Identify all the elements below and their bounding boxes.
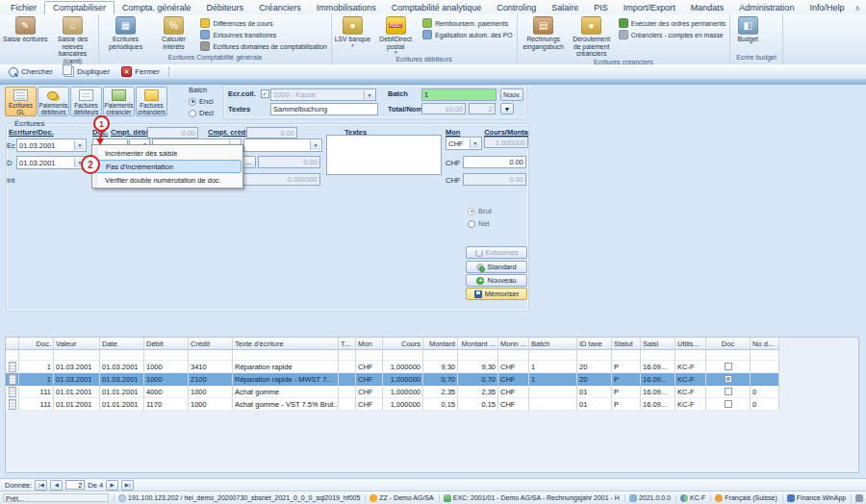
menu-tab-cr-anciers[interactable]: Créanciers: [251, 2, 309, 14]
record-position-input[interactable]: [65, 480, 85, 490]
menu-tab-immobilisations[interactable]: Immobilisations: [309, 2, 384, 14]
chevron-down-icon[interactable]: ▼: [310, 140, 320, 150]
factures-d-biteurs-button[interactable]: Factures débiteurs: [70, 87, 102, 116]
tax-lookup-button[interactable]: ...: [242, 156, 256, 168]
grid-filter-cell[interactable]: [19, 350, 54, 361]
next-record-button[interactable]: ▶: [106, 480, 118, 491]
table-row[interactable]: 101.03.200101.03.200110003410Réparation …: [6, 361, 858, 373]
entry-text-area[interactable]: [326, 135, 442, 175]
m-moriser-button[interactable]: Mémoriser: [466, 288, 527, 300]
grid-header-utilis[interactable]: Utilis...: [675, 338, 706, 350]
grid-filter-cell[interactable]: [577, 350, 612, 361]
menu-tab-mandats[interactable]: Mandats: [683, 2, 732, 14]
grid-filter-cell[interactable]: [498, 350, 529, 361]
menu-tab-salaire[interactable]: Salaire: [544, 2, 586, 14]
ecritures-gl-button[interactable]: Ecritures GL: [5, 87, 37, 116]
new-batch-button[interactable]: Nouv.: [500, 88, 523, 101]
net-radio[interactable]: Net: [468, 219, 490, 228]
ecritures-p-riodiques-button[interactable]: ▦Ecritures périodiques: [101, 15, 149, 51]
diff-rences-de-cours-button[interactable]: Différences de cours: [200, 18, 326, 28]
cr-anciers-comptes-en-masse-button[interactable]: Créanciers - comptes en masse: [619, 30, 726, 39]
currency-combo[interactable]: CHF▼: [446, 137, 482, 150]
menu-tab-fichier[interactable]: Fichier: [3, 2, 44, 14]
first-record-button[interactable]: |◀: [35, 480, 47, 491]
grid-filter-cell[interactable]: [189, 350, 233, 361]
grid-filter-cell[interactable]: [641, 350, 675, 361]
batch-dropdown-button[interactable]: ▼: [500, 103, 514, 114]
collective-text-input[interactable]: [270, 103, 378, 115]
grid-header-id-taxe[interactable]: ID taxe: [577, 338, 612, 350]
brut-radio[interactable]: Brut: [468, 207, 492, 215]
grid-filter-cell[interactable]: [144, 350, 189, 361]
budget-button[interactable]: ◧Budget: [732, 15, 763, 44]
menu-item-incr-menter-d-s-saisie[interactable]: Incrémenter dès saisie: [93, 146, 242, 160]
grid-filter-cell[interactable]: [383, 350, 423, 361]
grid-header-d-bit[interactable]: Débit: [144, 338, 189, 350]
factures-cr-anciers-button[interactable]: Factures créanciers: [136, 87, 167, 116]
ecr-coll-checkbox[interactable]: ✓: [261, 89, 269, 98]
rechnungs-eingangsbuch-button[interactable]: ▤Rechnungs eingangsbuch: [520, 15, 568, 51]
grid-header-cours[interactable]: Cours: [383, 338, 423, 350]
grid-header-t[interactable]: T...: [339, 338, 356, 350]
batch-number-field[interactable]: 1: [421, 88, 497, 101]
fermer-button[interactable]: ×Fermer: [116, 65, 165, 78]
doc-checkbox[interactable]: [725, 375, 732, 383]
doc-checkbox[interactable]: [725, 388, 732, 395]
grid-header-doc[interactable]: Doc.: [19, 338, 54, 350]
grid-filter-cell[interactable]: [751, 350, 779, 361]
grid-filter-cell[interactable]: [6, 350, 19, 361]
chevron-down-icon[interactable]: ▼: [364, 90, 374, 99]
menu-tab-comptabilit-analytique[interactable]: Comptabilité analytique: [384, 2, 490, 14]
grid-header-indicator[interactable]: [6, 338, 19, 350]
grid-filter-cell[interactable]: [233, 350, 339, 361]
grid-header-montant[interactable]: Montant ...: [458, 338, 498, 350]
egalisation-autom-des-po-button[interactable]: Egalisation autom. des PO: [422, 30, 512, 39]
grid-header-no-d[interactable]: No d...: [751, 338, 779, 350]
grid-filter-cell[interactable]: [54, 350, 100, 361]
menu-tab-administration[interactable]: Administration: [731, 2, 802, 14]
grid-header-cr-dit[interactable]: Crédit: [189, 338, 233, 350]
last-record-button[interactable]: ▶|: [121, 480, 134, 491]
menu-item-v-rifier-double-num-rotation-de-doc[interactable]: Vérifier double numérotation de doc.: [93, 173, 242, 187]
remboursem-paiements-button[interactable]: Remboursem. paiements: [422, 18, 512, 28]
grid-header-batch[interactable]: Batch: [529, 338, 577, 350]
grid-filter-cell[interactable]: [612, 350, 641, 361]
chercher-button[interactable]: Chercher: [4, 65, 58, 78]
debitdirect-postal-button[interactable]: POSTDebitDirect postal▾: [371, 15, 420, 56]
saisie-des-relev-s-bancaires-camt-button[interactable]: ⌂Saisie des relevés bancaires (camt): [48, 15, 96, 65]
grid-filter-cell[interactable]: [423, 350, 458, 361]
batch-radio-encl[interactable]: Encl: [189, 97, 214, 106]
grid-header-monn[interactable]: Monn ...: [498, 338, 529, 350]
calculer-int-r-ts-button[interactable]: %Calculer intérêts: [149, 15, 197, 51]
ecritures-domaines-de-comptabilisation-button[interactable]: Ecritures domaines de comptabilisation: [200, 41, 326, 51]
menu-item-pas-d-incr-mentation[interactable]: Pas d'incrémentation: [93, 160, 242, 173]
paiements-d-biteurs-button[interactable]: Paiements débiteurs: [38, 87, 69, 116]
grid-filter-cell[interactable]: [675, 350, 706, 361]
batch-radio-decl[interactable]: Décl: [189, 109, 214, 117]
collective-account-combo[interactable]: 1000 - Kasse▼: [270, 88, 376, 101]
menu-tab-pis[interactable]: PIS: [586, 2, 616, 14]
grid-filter-cell[interactable]: [529, 350, 577, 361]
chevron-down-icon[interactable]: ▼: [74, 140, 85, 150]
table-row[interactable]: 11101.01.200101.01.200140001000Achat gom…: [6, 386, 858, 398]
grid-filter-cell[interactable]: [706, 350, 751, 361]
credit-account-combo[interactable]: ▼: [243, 139, 322, 152]
standard-button[interactable]: Standard: [466, 261, 527, 273]
menu-tab-comptabiliser[interactable]: Comptabiliser: [44, 1, 115, 14]
grid-header-doc[interactable]: Doc: [706, 338, 751, 350]
grid-filter-cell[interactable]: [339, 350, 356, 361]
grid-filter-cell[interactable]: [458, 350, 498, 361]
grid-header-mon[interactable]: Mon: [356, 338, 383, 350]
nouveau-button[interactable]: +Nouveau: [466, 274, 527, 287]
doc-checkbox[interactable]: [725, 400, 732, 408]
grid-filter-cell[interactable]: [100, 350, 144, 361]
dupliquer-button[interactable]: Dupliquer: [60, 65, 115, 78]
d-roulement-de-paiement-cr-anciers-button[interactable]: ●Déroulement de paiement créanciers: [568, 15, 616, 59]
entry-date-combo[interactable]: 01.03.2001▼: [16, 139, 87, 152]
grid-header-date[interactable]: Date: [100, 338, 144, 350]
grid-header-texte-d-criture[interactable]: Texte d'écriture: [233, 338, 339, 350]
doc-checkbox[interactable]: [725, 363, 732, 370]
saisie-critures-button[interactable]: ✎Saisie écritures: [2, 15, 48, 44]
menu-tab-import-export[interactable]: Import/Export: [616, 2, 683, 14]
value-date-combo[interactable]: 01.03.2001▼: [16, 156, 87, 169]
